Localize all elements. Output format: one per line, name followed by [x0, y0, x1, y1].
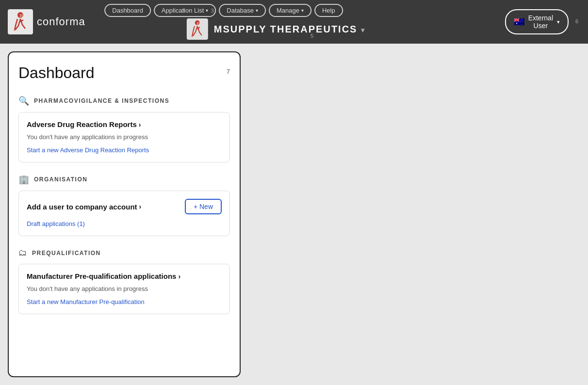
organisation-label: ORGANISATION: [34, 176, 87, 183]
application-list-chevron-icon: ▾: [206, 8, 208, 13]
user-button[interactable]: 🇦🇺 External User ▾: [505, 9, 569, 34]
logo-icon: 目: [8, 9, 33, 34]
manufacturer-title-label: Manufacturer Pre-qualification applicati…: [27, 272, 176, 280]
org-dropdown-chevron-icon[interactable]: ▾: [361, 24, 365, 35]
add-user-card-title: Add a user to company account › + New: [27, 199, 222, 214]
add-user-card: Add a user to company account › + New Dr…: [18, 191, 230, 236]
prequalification-label: PREQUALIFICATION: [32, 250, 101, 257]
header: 目 conforma 1 Dashboard Application List …: [0, 0, 588, 44]
nav-tab-dashboard[interactable]: Dashboard: [104, 4, 151, 17]
prequalification-icon: 🗂: [18, 248, 27, 258]
adr-card-title: Adverse Drug Reaction Reports ›: [27, 120, 222, 128]
nav-tab-database[interactable]: Database ▾: [219, 4, 266, 17]
dashboard-panel: Dashboard 7 🔍 PHARMACOVIGILANCE & INSPEC…: [8, 51, 241, 377]
draft-applications-link[interactable]: Draft applications (1): [27, 220, 85, 227]
dashboard-step-7: 7: [227, 68, 230, 75]
org-logo: 目: [187, 18, 208, 40]
nav-tab-manage[interactable]: Manage ▾: [269, 4, 311, 17]
manage-chevron-icon: ▾: [301, 8, 304, 13]
add-user-chevron-icon: ›: [139, 203, 142, 210]
logo-text: conforma: [37, 16, 85, 28]
adr-chevron-icon: ›: [139, 121, 141, 128]
database-chevron-icon: ▾: [256, 8, 258, 13]
new-button[interactable]: + New: [185, 199, 222, 214]
right-area: [241, 51, 580, 377]
nav-tab-help[interactable]: Help: [314, 4, 343, 17]
main-content: Dashboard 7 🔍 PHARMACOVIGILANCE & INSPEC…: [0, 44, 588, 385]
manufacturer-title-text[interactable]: Manufacturer Pre-qualification applicati…: [27, 272, 180, 280]
nav-tab-application-list[interactable]: Application List ▾: [154, 4, 216, 17]
section-pharmacovigilance: 🔍 PHARMACOVIGILANCE & INSPECTIONS: [18, 96, 230, 106]
adr-title-label: Adverse Drug Reaction Reports: [27, 120, 137, 128]
section-organisation: 🏢 ORGANISATION: [18, 174, 230, 185]
svg-text:目: 目: [196, 22, 200, 25]
nav-tab-manage-label: Manage: [277, 7, 299, 14]
manufacturer-start-link[interactable]: Start a new Manufacturer Pre-qualificati…: [27, 298, 145, 305]
flag-icon: 🇦🇺: [514, 16, 524, 27]
adr-description: You don't have any applications in progr…: [27, 133, 222, 141]
step-6: 6: [575, 18, 578, 24]
nav-tabs: 1 Dashboard Application List ▾ Database …: [98, 4, 343, 17]
manufacturer-card: Manufacturer Pre-qualification applicati…: [18, 264, 230, 314]
org-area: 2 目 3 MSUPPLY THERAPEUTICS ▾: [187, 18, 366, 40]
add-user-title-label: Add a user to company account: [27, 203, 137, 211]
manufacturer-chevron-icon: ›: [178, 273, 180, 280]
step-2: 2: [182, 8, 185, 14]
adr-start-link[interactable]: Start a new Adverse Drug Reaction Report…: [27, 146, 149, 154]
manufacturer-card-title: Manufacturer Pre-qualification applicati…: [27, 272, 222, 280]
nav-tab-help-label: Help: [322, 7, 335, 14]
user-label: External User: [528, 14, 553, 30]
svg-text:目: 目: [19, 14, 23, 18]
nav-tab-database-label: Database: [227, 7, 254, 14]
adr-title-text[interactable]: Adverse Drug Reaction Reports ›: [27, 120, 141, 128]
user-chevron-icon: ▾: [557, 19, 560, 25]
section-prequalification: 🗂 PREQUALIFICATION: [18, 248, 230, 258]
org-name-text: MSUPPLY THERAPEUTICS: [214, 24, 358, 35]
manufacturer-description: You don't have any applications in progr…: [27, 285, 222, 292]
nav-tab-dashboard-label: Dashboard: [112, 7, 143, 14]
pharmacovigilance-icon: 🔍: [18, 96, 29, 106]
dashboard-title: Dashboard: [18, 64, 95, 82]
add-user-title-text[interactable]: Add a user to company account ›: [27, 203, 141, 211]
logo-area: 目 conforma: [8, 9, 85, 34]
pharmacovigilance-label: PHARMACOVIGILANCE & INSPECTIONS: [34, 97, 169, 104]
step-5: 5: [310, 33, 313, 39]
organisation-icon: 🏢: [18, 174, 29, 185]
step-3: 3: [211, 8, 214, 14]
adr-card: Adverse Drug Reaction Reports › You don'…: [18, 112, 230, 162]
org-name: MSUPPLY THERAPEUTICS ▾: [214, 24, 366, 35]
